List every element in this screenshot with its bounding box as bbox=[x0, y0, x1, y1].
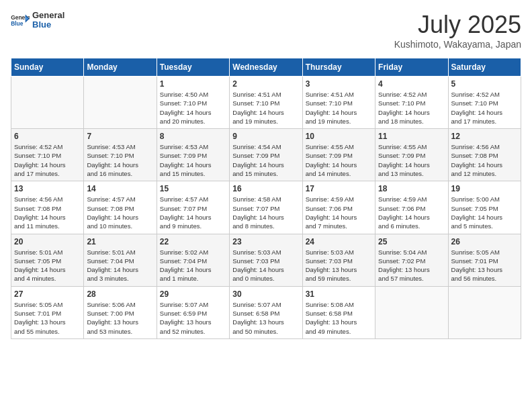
calendar-cell: 28Sunrise: 5:06 AM Sunset: 7:00 PM Dayli… bbox=[84, 286, 157, 338]
logo-blue: Blue bbox=[32, 20, 64, 30]
calendar-table: SundayMondayTuesdayWednesdayThursdayFrid… bbox=[11, 58, 521, 339]
weekday-header-row: SundayMondayTuesdayWednesdayThursdayFrid… bbox=[11, 58, 521, 77]
calendar-cell: 27Sunrise: 5:05 AM Sunset: 7:01 PM Dayli… bbox=[11, 286, 84, 338]
title-block: July 2025 Kushimoto, Wakayama, Japan bbox=[394, 11, 521, 50]
calendar-cell: 14Sunrise: 4:57 AM Sunset: 7:08 PM Dayli… bbox=[84, 181, 157, 234]
logo-icon: General Blue bbox=[11, 13, 30, 27]
calendar-cell bbox=[11, 77, 84, 129]
calendar-cell: 8Sunrise: 4:53 AM Sunset: 7:09 PM Daylig… bbox=[157, 129, 229, 181]
day-number: 19 bbox=[451, 184, 518, 193]
day-number: 25 bbox=[378, 237, 445, 246]
weekday-header-wednesday: Wednesday bbox=[230, 58, 302, 77]
day-info: Sunrise: 4:52 AM Sunset: 7:10 PM Dayligh… bbox=[451, 90, 518, 126]
day-number: 20 bbox=[14, 237, 81, 246]
week-row-5: 27Sunrise: 5:05 AM Sunset: 7:01 PM Dayli… bbox=[11, 286, 521, 338]
calendar-cell: 10Sunrise: 4:55 AM Sunset: 7:09 PM Dayli… bbox=[302, 129, 375, 181]
calendar-cell: 26Sunrise: 5:05 AM Sunset: 7:01 PM Dayli… bbox=[448, 234, 521, 286]
day-number: 2 bbox=[232, 79, 299, 89]
day-info: Sunrise: 5:03 AM Sunset: 7:03 PM Dayligh… bbox=[306, 248, 372, 283]
weekday-header-sunday: Sunday bbox=[11, 58, 84, 77]
calendar-cell: 16Sunrise: 4:58 AM Sunset: 7:07 PM Dayli… bbox=[230, 181, 302, 234]
calendar-cell: 1Sunrise: 4:50 AM Sunset: 7:10 PM Daylig… bbox=[157, 77, 229, 129]
day-number: 7 bbox=[87, 132, 153, 141]
day-number: 13 bbox=[14, 184, 81, 193]
weekday-header-saturday: Saturday bbox=[448, 58, 521, 77]
calendar-cell: 7Sunrise: 4:53 AM Sunset: 7:10 PM Daylig… bbox=[84, 129, 157, 181]
day-info: Sunrise: 4:57 AM Sunset: 7:08 PM Dayligh… bbox=[87, 195, 153, 230]
day-number: 18 bbox=[378, 184, 445, 193]
day-info: Sunrise: 4:56 AM Sunset: 7:08 PM Dayligh… bbox=[14, 195, 81, 230]
calendar-cell: 11Sunrise: 4:55 AM Sunset: 7:09 PM Dayli… bbox=[375, 129, 448, 181]
calendar-cell: 23Sunrise: 5:03 AM Sunset: 7:03 PM Dayli… bbox=[230, 234, 302, 286]
day-number: 15 bbox=[160, 184, 226, 193]
weekday-header-tuesday: Tuesday bbox=[157, 58, 229, 77]
day-info: Sunrise: 4:55 AM Sunset: 7:09 PM Dayligh… bbox=[306, 142, 372, 178]
day-number: 1 bbox=[160, 79, 226, 89]
day-number: 29 bbox=[160, 289, 226, 299]
weekday-header-thursday: Thursday bbox=[302, 58, 375, 77]
day-number: 23 bbox=[232, 237, 299, 246]
calendar-cell: 31Sunrise: 5:08 AM Sunset: 6:58 PM Dayli… bbox=[302, 286, 375, 338]
calendar-cell bbox=[448, 286, 521, 338]
calendar-cell: 21Sunrise: 5:01 AM Sunset: 7:04 PM Dayli… bbox=[84, 234, 157, 286]
day-number: 4 bbox=[378, 79, 445, 89]
day-number: 30 bbox=[232, 289, 299, 299]
day-info: Sunrise: 4:51 AM Sunset: 7:10 PM Dayligh… bbox=[232, 90, 299, 126]
day-number: 8 bbox=[160, 132, 226, 141]
day-info: Sunrise: 5:05 AM Sunset: 7:01 PM Dayligh… bbox=[451, 248, 518, 283]
day-info: Sunrise: 4:59 AM Sunset: 7:06 PM Dayligh… bbox=[306, 195, 372, 230]
calendar-cell: 22Sunrise: 5:02 AM Sunset: 7:04 PM Dayli… bbox=[157, 234, 229, 286]
calendar-cell: 9Sunrise: 4:54 AM Sunset: 7:09 PM Daylig… bbox=[230, 129, 302, 181]
day-number: 6 bbox=[14, 132, 81, 141]
day-info: Sunrise: 5:00 AM Sunset: 7:05 PM Dayligh… bbox=[451, 195, 518, 230]
calendar-cell bbox=[375, 286, 448, 338]
day-info: Sunrise: 5:01 AM Sunset: 7:05 PM Dayligh… bbox=[14, 248, 81, 283]
day-number: 11 bbox=[378, 132, 445, 141]
calendar-cell: 15Sunrise: 4:57 AM Sunset: 7:07 PM Dayli… bbox=[157, 181, 229, 234]
svg-text:Blue: Blue bbox=[11, 21, 24, 28]
calendar-cell: 18Sunrise: 4:59 AM Sunset: 7:06 PM Dayli… bbox=[375, 181, 448, 234]
day-number: 9 bbox=[232, 132, 299, 141]
month-title: July 2025 bbox=[394, 11, 521, 39]
day-info: Sunrise: 4:50 AM Sunset: 7:10 PM Dayligh… bbox=[160, 90, 226, 126]
day-info: Sunrise: 5:05 AM Sunset: 7:01 PM Dayligh… bbox=[14, 300, 81, 336]
day-info: Sunrise: 4:55 AM Sunset: 7:09 PM Dayligh… bbox=[378, 142, 445, 178]
week-row-2: 6Sunrise: 4:52 AM Sunset: 7:10 PM Daylig… bbox=[11, 129, 521, 181]
day-info: Sunrise: 4:56 AM Sunset: 7:08 PM Dayligh… bbox=[451, 142, 518, 178]
day-info: Sunrise: 4:53 AM Sunset: 7:09 PM Dayligh… bbox=[160, 142, 226, 178]
calendar-cell: 4Sunrise: 4:52 AM Sunset: 7:10 PM Daylig… bbox=[375, 77, 448, 129]
day-info: Sunrise: 5:03 AM Sunset: 7:03 PM Dayligh… bbox=[232, 248, 299, 283]
day-info: Sunrise: 4:54 AM Sunset: 7:09 PM Dayligh… bbox=[232, 142, 299, 178]
calendar-cell: 30Sunrise: 5:07 AM Sunset: 6:58 PM Dayli… bbox=[230, 286, 302, 338]
week-row-4: 20Sunrise: 5:01 AM Sunset: 7:05 PM Dayli… bbox=[11, 234, 521, 286]
calendar-cell: 13Sunrise: 4:56 AM Sunset: 7:08 PM Dayli… bbox=[11, 181, 84, 234]
day-number: 28 bbox=[87, 289, 153, 299]
day-number: 26 bbox=[451, 237, 518, 246]
day-number: 27 bbox=[14, 289, 81, 299]
day-number: 24 bbox=[306, 237, 372, 246]
calendar-cell: 20Sunrise: 5:01 AM Sunset: 7:05 PM Dayli… bbox=[11, 234, 84, 286]
week-row-1: 1Sunrise: 4:50 AM Sunset: 7:10 PM Daylig… bbox=[11, 77, 521, 129]
day-info: Sunrise: 5:07 AM Sunset: 6:58 PM Dayligh… bbox=[232, 300, 299, 336]
day-info: Sunrise: 5:07 AM Sunset: 6:59 PM Dayligh… bbox=[160, 300, 226, 336]
page-header: General Blue General Blue July 2025 Kush… bbox=[11, 11, 521, 50]
day-number: 17 bbox=[306, 184, 372, 193]
day-number: 3 bbox=[306, 79, 372, 89]
day-info: Sunrise: 4:52 AM Sunset: 7:10 PM Dayligh… bbox=[378, 90, 445, 126]
day-info: Sunrise: 4:51 AM Sunset: 7:10 PM Dayligh… bbox=[306, 90, 372, 126]
weekday-header-monday: Monday bbox=[84, 58, 157, 77]
day-number: 14 bbox=[87, 184, 153, 193]
day-info: Sunrise: 5:01 AM Sunset: 7:04 PM Dayligh… bbox=[87, 248, 153, 283]
day-info: Sunrise: 5:02 AM Sunset: 7:04 PM Dayligh… bbox=[160, 248, 226, 283]
calendar-cell: 29Sunrise: 5:07 AM Sunset: 6:59 PM Dayli… bbox=[157, 286, 229, 338]
day-info: Sunrise: 5:04 AM Sunset: 7:02 PM Dayligh… bbox=[378, 248, 445, 283]
location: Kushimoto, Wakayama, Japan bbox=[394, 39, 521, 50]
calendar-cell: 25Sunrise: 5:04 AM Sunset: 7:02 PM Dayli… bbox=[375, 234, 448, 286]
day-info: Sunrise: 5:06 AM Sunset: 7:00 PM Dayligh… bbox=[87, 300, 153, 336]
calendar-cell bbox=[84, 77, 157, 129]
calendar-cell: 17Sunrise: 4:59 AM Sunset: 7:06 PM Dayli… bbox=[302, 181, 375, 234]
calendar-cell: 24Sunrise: 5:03 AM Sunset: 7:03 PM Dayli… bbox=[302, 234, 375, 286]
day-number: 21 bbox=[87, 237, 153, 246]
logo: General Blue General Blue bbox=[11, 11, 64, 30]
day-number: 16 bbox=[232, 184, 299, 193]
